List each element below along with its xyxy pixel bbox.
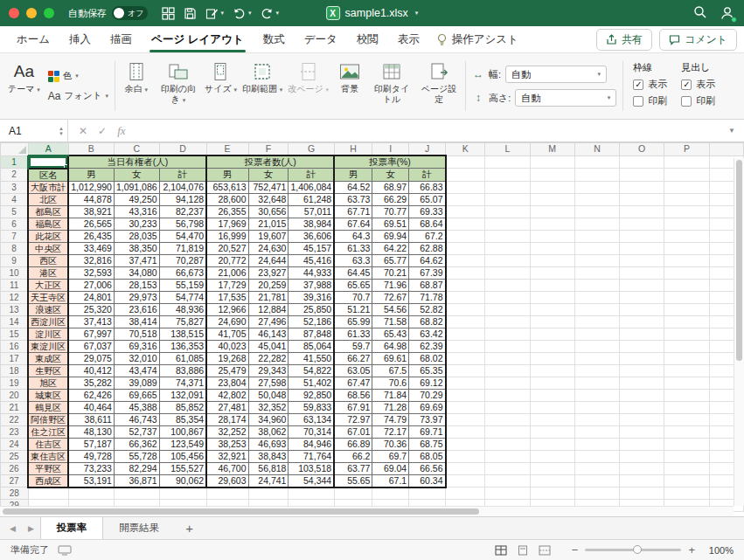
name-box-stepper-icon[interactable]: ▲▼ (59, 126, 64, 136)
empty-cell[interactable] (485, 181, 530, 193)
zoom-window-button[interactable] (44, 8, 54, 18)
column-header-J[interactable]: J (409, 143, 446, 156)
value-cell[interactable]: 39,316 (289, 291, 334, 303)
value-cell[interactable]: 72.17 (372, 425, 409, 438)
value-cell[interactable]: 23,927 (248, 266, 289, 279)
empty-cell[interactable] (620, 389, 664, 401)
empty-cell[interactable] (620, 169, 664, 182)
value-cell[interactable]: 1,406,084 (289, 181, 334, 193)
value-cell[interactable]: 61,248 (289, 193, 334, 205)
empty-cell[interactable] (485, 193, 530, 205)
tell-me-assist[interactable]: 操作アシスト (436, 32, 518, 47)
empty-cell[interactable] (664, 340, 709, 352)
empty-cell[interactable] (409, 487, 446, 500)
value-cell[interactable]: 64.52 (334, 181, 372, 193)
empty-cell[interactable] (530, 266, 574, 279)
district-name-cell[interactable]: 中央区 (28, 242, 68, 254)
value-cell[interactable]: 74.79 (372, 413, 409, 425)
district-name-cell[interactable]: 大阪市計 (28, 181, 68, 193)
empty-cell[interactable] (485, 340, 530, 352)
district-name-cell[interactable]: 住吉区 (28, 438, 68, 450)
value-cell[interactable]: 90,062 (159, 474, 206, 487)
empty-cell[interactable] (574, 279, 619, 291)
empty-cell[interactable] (620, 425, 664, 438)
empty-cell[interactable] (664, 169, 709, 182)
sub-header-cell[interactable]: 計 (159, 169, 206, 182)
empty-cell[interactable] (446, 230, 485, 242)
value-cell[interactable]: 35,282 (68, 377, 114, 389)
value-cell[interactable]: 65.99 (334, 315, 372, 328)
column-header-F[interactable]: F (248, 143, 289, 156)
empty-cell[interactable] (620, 328, 664, 340)
empty-cell[interactable] (620, 193, 664, 205)
value-cell[interactable]: 63.05 (334, 364, 372, 377)
value-cell[interactable]: 38,414 (114, 315, 159, 328)
empty-cell[interactable] (446, 352, 485, 364)
empty-cell[interactable] (574, 377, 619, 389)
zoom-in-button[interactable]: + (688, 543, 695, 557)
edit-mode-button[interactable]: ▾ (202, 5, 227, 22)
row-header-4[interactable]: 4 (1, 193, 29, 205)
value-cell[interactable]: 21,015 (248, 218, 289, 230)
value-cell[interactable]: 68.75 (409, 438, 446, 450)
value-cell[interactable]: 84,946 (289, 438, 334, 450)
value-cell[interactable]: 30,233 (114, 218, 159, 230)
column-header-E[interactable]: E (206, 143, 248, 156)
empty-cell[interactable] (664, 474, 709, 487)
value-cell[interactable]: 17,969 (206, 218, 248, 230)
value-cell[interactable]: 69.94 (372, 230, 409, 242)
empty-cell[interactable] (530, 474, 574, 487)
empty-cell[interactable] (620, 315, 664, 328)
empty-cell[interactable] (485, 450, 530, 462)
district-name-cell[interactable]: 浪速区 (28, 303, 68, 315)
value-cell[interactable]: 25,850 (289, 303, 334, 315)
empty-cell[interactable] (664, 328, 709, 340)
empty-cell[interactable] (446, 242, 485, 254)
value-cell[interactable]: 55.65 (334, 474, 372, 487)
value-cell[interactable]: 29,343 (248, 364, 289, 377)
print-titles-button[interactable]: 印刷タイトル (368, 58, 415, 114)
ribbon-tab-7[interactable]: 校閲 (347, 26, 388, 52)
row-header-1[interactable]: 1 (1, 156, 29, 169)
empty-cell[interactable] (620, 181, 664, 193)
empty-cell[interactable] (664, 291, 709, 303)
value-cell[interactable]: 103,518 (289, 462, 334, 474)
empty-cell[interactable] (574, 169, 619, 182)
empty-cell[interactable] (485, 377, 530, 389)
row-header-25[interactable]: 25 (1, 450, 29, 462)
zoom-slider[interactable] (585, 549, 681, 551)
value-cell[interactable]: 28,174 (206, 413, 248, 425)
column-header-D[interactable]: D (159, 143, 206, 156)
empty-cell[interactable] (446, 181, 485, 193)
value-cell[interactable]: 27,496 (248, 315, 289, 328)
empty-cell[interactable] (446, 156, 485, 169)
empty-cell[interactable] (620, 279, 664, 291)
column-header-B[interactable]: B (68, 143, 114, 156)
empty-cell[interactable] (620, 438, 664, 450)
empty-cell[interactable] (485, 474, 530, 487)
value-cell[interactable]: 60.34 (409, 474, 446, 487)
value-cell[interactable]: 82,294 (114, 462, 159, 474)
group-header-cell[interactable]: 投票率(%) (334, 156, 445, 169)
empty-cell[interactable] (446, 389, 485, 401)
row-header-19[interactable]: 19 (1, 377, 29, 389)
empty-cell[interactable] (620, 462, 664, 474)
empty-cell[interactable] (574, 474, 619, 487)
empty-cell[interactable] (485, 401, 530, 413)
value-cell[interactable]: 71,764 (289, 450, 334, 462)
value-cell[interactable]: 46,700 (206, 462, 248, 474)
empty-cell[interactable] (574, 487, 619, 500)
value-cell[interactable]: 23,804 (206, 377, 248, 389)
empty-cell[interactable] (530, 364, 574, 377)
sheet-tab-1[interactable]: 投票率 (40, 517, 104, 539)
empty-cell[interactable] (530, 352, 574, 364)
height-dropdown[interactable]: 自動 ▾ (515, 89, 616, 107)
empty-cell[interactable] (620, 291, 664, 303)
row-header-3[interactable]: 3 (1, 181, 29, 193)
value-cell[interactable]: 26,435 (68, 230, 114, 242)
empty-cell[interactable] (530, 242, 574, 254)
empty-cell[interactable] (530, 450, 574, 462)
empty-cell[interactable] (446, 474, 485, 487)
value-cell[interactable]: 67.5 (372, 364, 409, 377)
value-cell[interactable]: 25,479 (206, 364, 248, 377)
